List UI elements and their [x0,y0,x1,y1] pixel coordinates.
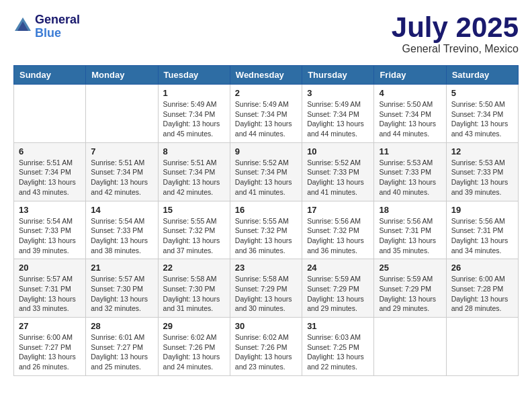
sunset: Sunset: 7:33 PM [307,168,359,176]
daylight: Daylight: 13 hours and 44 minutes. [307,120,364,138]
day-info: Sunrise: 5:59 AM Sunset: 7:29 PM Dayligh… [379,274,441,314]
logo: General Blue [13,13,80,40]
daylight: Daylight: 13 hours and 44 minutes. [235,120,292,138]
col-sunday: Sunday [14,66,86,85]
day-info: Sunrise: 5:58 AM Sunset: 7:30 PM Dayligh… [163,274,225,314]
sunrise: Sunrise: 5:49 AM [307,100,361,108]
daylight: Daylight: 13 hours and 45 minutes. [163,120,220,138]
sunset: Sunset: 7:25 PM [307,343,359,351]
day-number: 22 [163,263,225,273]
col-saturday: Saturday [446,66,518,85]
daylight: Daylight: 13 hours and 42 minutes. [91,178,148,196]
day-info: Sunrise: 5:49 AM Sunset: 7:34 PM Dayligh… [307,99,369,139]
calendar-week-2: 6 Sunrise: 5:51 AM Sunset: 7:34 PM Dayli… [14,142,519,201]
daylight: Daylight: 13 hours and 39 minutes. [19,236,76,255]
day-number: 31 [307,321,369,331]
day-number: 30 [235,321,297,331]
daylight: Daylight: 13 hours and 38 minutes. [91,236,148,255]
calendar-cell: 14 Sunrise: 5:54 AM Sunset: 7:33 PM Dayl… [86,201,158,259]
calendar-cell: 1 Sunrise: 5:49 AM Sunset: 7:34 PM Dayli… [158,85,230,143]
location-title: General Trevino, Mexico [392,43,519,55]
day-info: Sunrise: 6:02 AM Sunset: 7:26 PM Dayligh… [163,332,225,372]
day-number: 14 [91,205,152,215]
calendar-cell: 19 Sunrise: 5:56 AM Sunset: 7:31 PM Dayl… [446,201,518,259]
logo-text: General Blue [35,13,80,40]
day-number: 23 [235,263,297,273]
sunset: Sunset: 7:31 PM [19,285,71,293]
day-info: Sunrise: 5:53 AM Sunset: 7:33 PM Dayligh… [379,158,441,197]
daylight: Daylight: 13 hours and 28 minutes. [451,295,508,313]
sunrise: Sunrise: 5:51 AM [91,158,144,167]
calendar-cell: 24 Sunrise: 5:59 AM Sunset: 7:29 PM Dayl… [302,259,374,318]
calendar-cell: 22 Sunrise: 5:58 AM Sunset: 7:30 PM Dayl… [158,259,230,318]
daylight: Daylight: 13 hours and 36 minutes. [235,236,292,255]
sunrise: Sunrise: 6:02 AM [235,333,289,341]
title-block: July 2025 General Trevino, Mexico [392,13,519,55]
daylight: Daylight: 13 hours and 32 minutes. [91,295,148,313]
day-info: Sunrise: 6:01 AM Sunset: 7:27 PM Dayligh… [91,332,152,372]
daylight: Daylight: 13 hours and 39 minutes. [451,178,508,196]
daylight: Daylight: 13 hours and 43 minutes. [19,178,76,196]
calendar-week-5: 27 Sunrise: 6:00 AM Sunset: 7:27 PM Dayl… [14,318,519,376]
calendar-cell: 17 Sunrise: 5:56 AM Sunset: 7:32 PM Dayl… [302,201,374,259]
calendar-week-1: 1 Sunrise: 5:49 AM Sunset: 7:34 PM Dayli… [14,85,519,143]
day-info: Sunrise: 5:50 AM Sunset: 7:34 PM Dayligh… [379,99,441,139]
sunrise: Sunrise: 6:03 AM [307,333,361,341]
col-tuesday: Tuesday [158,66,230,85]
day-number: 8 [163,146,225,156]
calendar-cell: 8 Sunrise: 5:51 AM Sunset: 7:34 PM Dayli… [158,142,230,201]
sunrise: Sunrise: 5:51 AM [163,158,217,167]
day-number: 4 [379,88,441,98]
day-info: Sunrise: 5:57 AM Sunset: 7:31 PM Dayligh… [19,274,81,314]
daylight: Daylight: 13 hours and 26 minutes. [19,353,76,371]
sunset: Sunset: 7:34 PM [235,168,287,176]
sunrise: Sunrise: 5:59 AM [307,275,361,283]
day-number: 9 [235,146,297,156]
calendar-cell: 5 Sunrise: 5:50 AM Sunset: 7:34 PM Dayli… [446,85,518,143]
sunset: Sunset: 7:33 PM [379,168,431,176]
day-number: 2 [235,88,297,98]
day-info: Sunrise: 5:51 AM Sunset: 7:34 PM Dayligh… [91,158,152,197]
sunset: Sunset: 7:26 PM [235,343,287,351]
sunset: Sunset: 7:31 PM [379,226,431,234]
day-number: 25 [379,263,441,273]
daylight: Daylight: 13 hours and 23 minutes. [235,353,292,371]
calendar-cell: 20 Sunrise: 5:57 AM Sunset: 7:31 PM Dayl… [14,259,86,318]
sunset: Sunset: 7:26 PM [163,343,216,351]
day-number: 21 [91,263,152,273]
calendar-cell: 25 Sunrise: 5:59 AM Sunset: 7:29 PM Dayl… [374,259,446,318]
calendar-cell: 16 Sunrise: 5:55 AM Sunset: 7:32 PM Dayl… [230,201,302,259]
daylight: Daylight: 13 hours and 41 minutes. [235,178,292,196]
calendar-table: Sunday Monday Tuesday Wednesday Thursday… [13,65,519,376]
day-info: Sunrise: 5:57 AM Sunset: 7:30 PM Dayligh… [91,274,152,314]
calendar-week-4: 20 Sunrise: 5:57 AM Sunset: 7:31 PM Dayl… [14,259,519,318]
day-info: Sunrise: 6:03 AM Sunset: 7:25 PM Dayligh… [307,332,369,372]
calendar-cell: 27 Sunrise: 6:00 AM Sunset: 7:27 PM Dayl… [14,318,86,376]
col-friday: Friday [374,66,446,85]
calendar-cell: 29 Sunrise: 6:02 AM Sunset: 7:26 PM Dayl… [158,318,230,376]
day-number: 12 [451,146,513,156]
calendar-cell: 26 Sunrise: 6:00 AM Sunset: 7:28 PM Dayl… [446,259,518,318]
day-number: 15 [163,205,225,215]
calendar-cell: 31 Sunrise: 6:03 AM Sunset: 7:25 PM Dayl… [302,318,374,376]
logo-blue: Blue [35,27,80,40]
day-number: 29 [163,321,225,331]
day-number: 11 [379,146,441,156]
daylight: Daylight: 13 hours and 22 minutes. [307,353,364,371]
day-info: Sunrise: 5:49 AM Sunset: 7:34 PM Dayligh… [163,99,225,139]
day-number: 18 [379,205,441,215]
daylight: Daylight: 13 hours and 29 minutes. [307,295,364,313]
calendar-cell: 13 Sunrise: 5:54 AM Sunset: 7:33 PM Dayl… [14,201,86,259]
day-info: Sunrise: 6:00 AM Sunset: 7:28 PM Dayligh… [451,274,513,314]
daylight: Daylight: 13 hours and 44 minutes. [379,120,436,138]
sunrise: Sunrise: 5:54 AM [91,217,144,225]
day-info: Sunrise: 5:56 AM Sunset: 7:31 PM Dayligh… [451,216,513,256]
sunset: Sunset: 7:29 PM [379,285,431,293]
daylight: Daylight: 13 hours and 43 minutes. [451,120,508,138]
daylight: Daylight: 13 hours and 40 minutes. [379,178,436,196]
day-number: 28 [91,321,152,331]
day-number: 26 [451,263,513,273]
sunrise: Sunrise: 5:53 AM [379,158,433,167]
calendar-cell: 15 Sunrise: 5:55 AM Sunset: 7:32 PM Dayl… [158,201,230,259]
calendar-cell: 7 Sunrise: 5:51 AM Sunset: 7:34 PM Dayli… [86,142,158,201]
